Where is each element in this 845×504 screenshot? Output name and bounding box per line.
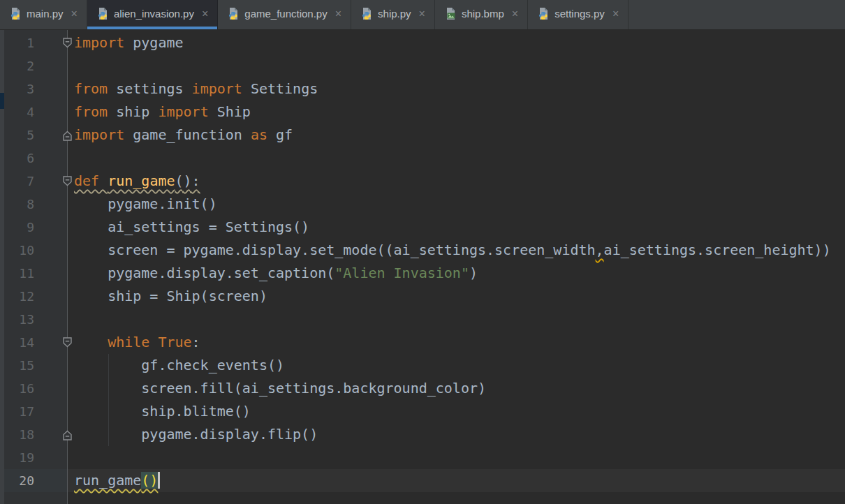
python-file-icon: [537, 7, 550, 20]
code-text[interactable]: [68, 147, 845, 170]
code-text[interactable]: gf.check_events(): [68, 354, 845, 377]
fold-collapse-end-icon[interactable]: [62, 428, 73, 441]
code-token: pygame.init(): [74, 195, 217, 212]
code-line: 16 screen.fill(ai_settings.background_co…: [4, 377, 845, 400]
code-token: as: [251, 126, 267, 143]
code-token: def: [74, 172, 108, 189]
code-token: screen.fill(ai_settings.background_color…: [74, 380, 486, 396]
fold-collapse-icon[interactable]: [62, 36, 73, 50]
code-token: True: [158, 334, 191, 350]
code-line: 4from ship import Ship: [4, 101, 845, 124]
code-text[interactable]: def run_game():: [68, 170, 845, 193]
line-number: 20: [4, 473, 34, 488]
fold-column: [34, 124, 67, 147]
code-lines: 1 import pygame23from settings import Se…: [4, 30, 845, 492]
code-text[interactable]: while True:: [68, 331, 845, 354]
tab-close-icon[interactable]: ×: [419, 8, 425, 20]
fold-column: [34, 170, 67, 193]
gutter-cell: 9: [4, 216, 68, 239]
code-line: 14 while True:: [4, 331, 845, 354]
tab-label: main.py: [27, 8, 64, 20]
code-text[interactable]: [68, 446, 845, 469]
code-text[interactable]: screen = pygame.display.set_mode((ai_set…: [68, 239, 845, 262]
python-file-icon: [9, 7, 22, 20]
code-token: game_function: [124, 126, 251, 143]
code-token: ): [469, 265, 478, 281]
editor-tab[interactable]: game_function.py ×: [218, 0, 351, 29]
code-text[interactable]: ai_settings = Settings(): [68, 216, 845, 239]
tab-close-icon[interactable]: ×: [612, 8, 619, 20]
code-token: ():: [175, 172, 200, 189]
code-text[interactable]: pygame.display.flip(): [68, 423, 845, 446]
fold-collapse-icon[interactable]: [62, 336, 73, 349]
editor-tab-bar: main.py × alien_invasion.py × game_funct…: [0, 0, 845, 30]
tab-close-icon[interactable]: ×: [512, 8, 518, 20]
editor-tab[interactable]: ship.bmp ×: [435, 0, 528, 29]
code-text[interactable]: from ship import Ship: [68, 101, 845, 124]
line-number: 7: [4, 174, 34, 188]
code-token: gf.check_events(): [74, 357, 284, 373]
line-number: 4: [4, 105, 34, 119]
fold-column: [34, 77, 67, 101]
line-number: 17: [4, 404, 34, 419]
code-token: [74, 334, 108, 350]
fold-column: [34, 31, 67, 54]
code-line: 5 import game_function as gf: [4, 124, 845, 147]
code-line: 6: [4, 147, 845, 170]
code-text[interactable]: import pygame: [68, 31, 845, 54]
code-token: ,: [596, 242, 604, 258]
gutter-cell: 13: [4, 308, 68, 331]
fold-collapse-icon[interactable]: [62, 175, 73, 188]
tab-close-icon[interactable]: ×: [202, 8, 208, 20]
code-text[interactable]: run_game(): [68, 469, 845, 492]
gutter-cell: 1: [4, 31, 68, 54]
tab-close-icon[interactable]: ×: [335, 8, 341, 20]
code-line: 11 pygame.display.set_caption("Alien Inv…: [4, 262, 845, 285]
gutter-cell: 8: [4, 193, 68, 216]
editor-tab[interactable]: settings.py ×: [528, 0, 629, 29]
text-caret: [158, 472, 160, 489]
code-text[interactable]: pygame.init(): [68, 193, 845, 216]
code-token: Settings: [242, 80, 318, 97]
line-number: 15: [4, 358, 34, 373]
editor-tab[interactable]: main.py ×: [0, 0, 87, 29]
tab-label: ship.py: [378, 8, 411, 20]
code-token: while: [108, 334, 149, 350]
code-text[interactable]: screen.fill(ai_settings.background_color…: [68, 377, 845, 400]
code-token: import: [158, 103, 208, 120]
fold-collapse-end-icon[interactable]: [62, 128, 73, 142]
gutter-cell: 12: [4, 285, 68, 308]
gutter-cell: 20: [4, 469, 68, 492]
code-line: 17 ship.blitme(): [4, 400, 845, 423]
code-token: from: [74, 103, 108, 120]
fold-column: [34, 469, 67, 492]
python-file-icon: [227, 7, 240, 20]
code-text[interactable]: [68, 308, 845, 331]
line-number: 9: [4, 220, 34, 235]
code-token: run_game: [74, 472, 141, 489]
line-number: 12: [4, 289, 34, 304]
python-file-icon: [360, 7, 373, 20]
fold-column: [34, 400, 67, 423]
fold-column: [34, 331, 67, 354]
code-token: gf: [267, 126, 293, 143]
code-line: 8 pygame.init(): [4, 193, 845, 216]
code-text[interactable]: from settings import Settings: [68, 77, 845, 101]
line-number: 11: [4, 266, 34, 281]
code-line: 10 screen = pygame.display.set_mode((ai_…: [4, 239, 845, 262]
fold-column: [34, 147, 67, 170]
code-text[interactable]: ship.blitme(): [68, 400, 845, 423]
editor-tab[interactable]: alien_invasion.py ×: [87, 0, 218, 29]
line-number: 3: [4, 82, 34, 96]
fold-column: [34, 101, 67, 124]
code-token: [149, 334, 158, 350]
code-text[interactable]: import game_function as gf: [68, 124, 845, 147]
code-text[interactable]: [68, 54, 845, 77]
gutter-cell: 10: [4, 239, 68, 262]
code-editor[interactable]: 1 import pygame23from settings import Se…: [0, 30, 845, 504]
code-line: 9 ai_settings = Settings(): [4, 216, 845, 239]
tab-close-icon[interactable]: ×: [71, 8, 78, 20]
editor-tab[interactable]: ship.py ×: [351, 0, 435, 29]
code-text[interactable]: pygame.display.set_caption("Alien Invasi…: [68, 262, 845, 285]
code-text[interactable]: ship = Ship(screen): [68, 285, 845, 308]
